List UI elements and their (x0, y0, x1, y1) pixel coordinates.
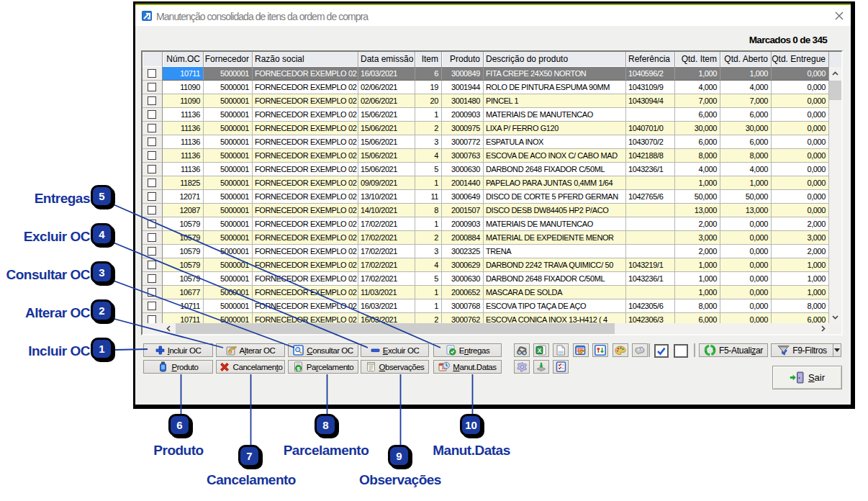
svg-text:X: X (538, 347, 542, 354)
